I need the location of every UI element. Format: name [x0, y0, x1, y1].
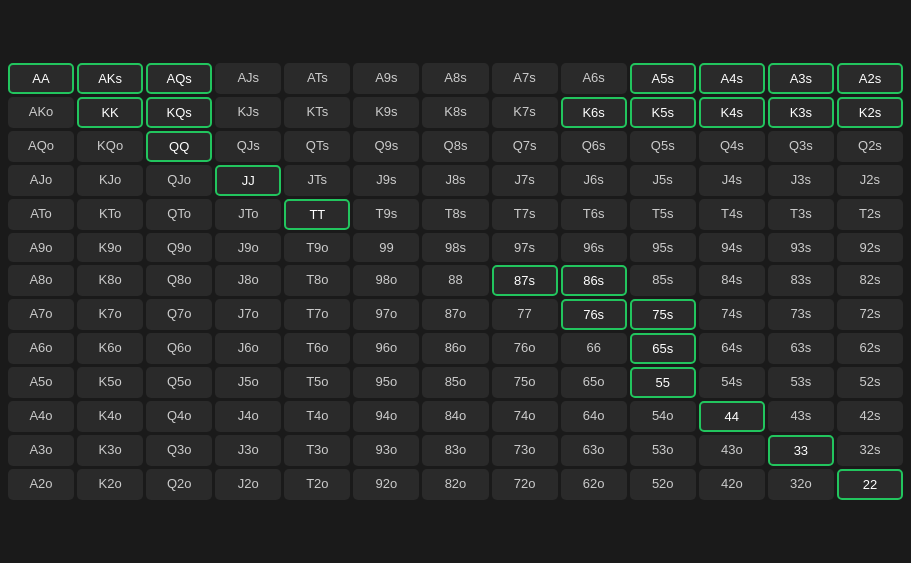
hand-cell[interactable]: 32s: [837, 435, 903, 466]
hand-cell[interactable]: J5s: [630, 165, 696, 196]
hand-cell[interactable]: Q9s: [353, 131, 419, 162]
hand-cell[interactable]: ATs: [284, 63, 350, 94]
hand-cell[interactable]: J2o: [215, 469, 281, 500]
hand-cell[interactable]: KTo: [77, 199, 143, 230]
hand-cell[interactable]: TT: [284, 199, 350, 230]
hand-cell[interactable]: 92o: [353, 469, 419, 500]
hand-cell[interactable]: J8s: [422, 165, 488, 196]
hand-cell[interactable]: 65o: [561, 367, 627, 398]
hand-cell[interactable]: AJs: [215, 63, 281, 94]
hand-cell[interactable]: Q4s: [699, 131, 765, 162]
hand-cell[interactable]: K7s: [492, 97, 558, 128]
hand-cell[interactable]: A2o: [8, 469, 74, 500]
hand-cell[interactable]: KQs: [146, 97, 212, 128]
hand-cell[interactable]: J2s: [837, 165, 903, 196]
hand-cell[interactable]: 54o: [630, 401, 696, 432]
hand-cell[interactable]: 42o: [699, 469, 765, 500]
hand-cell[interactable]: 76s: [561, 299, 627, 330]
hand-cell[interactable]: A3s: [768, 63, 834, 94]
hand-cell[interactable]: Q4o: [146, 401, 212, 432]
hand-cell[interactable]: J9o: [215, 233, 281, 262]
hand-cell[interactable]: T7s: [492, 199, 558, 230]
hand-cell[interactable]: J5o: [215, 367, 281, 398]
hand-cell[interactable]: 83o: [422, 435, 488, 466]
hand-cell[interactable]: K9o: [77, 233, 143, 262]
hand-cell[interactable]: 32o: [768, 469, 834, 500]
hand-cell[interactable]: J3s: [768, 165, 834, 196]
hand-cell[interactable]: K4s: [699, 97, 765, 128]
hand-cell[interactable]: 95o: [353, 367, 419, 398]
hand-cell[interactable]: AQo: [8, 131, 74, 162]
hand-cell[interactable]: 87s: [492, 265, 558, 296]
hand-cell[interactable]: T5o: [284, 367, 350, 398]
hand-cell[interactable]: QQ: [146, 131, 212, 162]
hand-cell[interactable]: T9s: [353, 199, 419, 230]
hand-cell[interactable]: Q7s: [492, 131, 558, 162]
hand-cell[interactable]: 76o: [492, 333, 558, 364]
hand-cell[interactable]: T9o: [284, 233, 350, 262]
hand-cell[interactable]: Q5s: [630, 131, 696, 162]
hand-cell[interactable]: K3s: [768, 97, 834, 128]
hand-cell[interactable]: 73s: [768, 299, 834, 330]
hand-cell[interactable]: Q2s: [837, 131, 903, 162]
hand-cell[interactable]: AKo: [8, 97, 74, 128]
hand-cell[interactable]: 85s: [630, 265, 696, 296]
hand-cell[interactable]: 62s: [837, 333, 903, 364]
hand-cell[interactable]: T8s: [422, 199, 488, 230]
hand-cell[interactable]: K3o: [77, 435, 143, 466]
hand-cell[interactable]: 86s: [561, 265, 627, 296]
hand-cell[interactable]: KQo: [77, 131, 143, 162]
hand-cell[interactable]: AJo: [8, 165, 74, 196]
hand-cell[interactable]: T6s: [561, 199, 627, 230]
hand-cell[interactable]: 82o: [422, 469, 488, 500]
hand-cell[interactable]: Q6s: [561, 131, 627, 162]
hand-cell[interactable]: T4s: [699, 199, 765, 230]
hand-cell[interactable]: A7s: [492, 63, 558, 94]
hand-cell[interactable]: A4s: [699, 63, 765, 94]
hand-cell[interactable]: 64o: [561, 401, 627, 432]
hand-cell[interactable]: 86o: [422, 333, 488, 364]
hand-cell[interactable]: 63o: [561, 435, 627, 466]
hand-cell[interactable]: 75o: [492, 367, 558, 398]
hand-cell[interactable]: J7s: [492, 165, 558, 196]
hand-cell[interactable]: J4o: [215, 401, 281, 432]
hand-cell[interactable]: 54s: [699, 367, 765, 398]
hand-cell[interactable]: 96o: [353, 333, 419, 364]
hand-cell[interactable]: 98o: [353, 265, 419, 296]
hand-cell[interactable]: A6s: [561, 63, 627, 94]
hand-cell[interactable]: A9s: [353, 63, 419, 94]
hand-cell[interactable]: Q9o: [146, 233, 212, 262]
hand-cell[interactable]: J9s: [353, 165, 419, 196]
hand-cell[interactable]: T4o: [284, 401, 350, 432]
hand-cell[interactable]: JTo: [215, 199, 281, 230]
hand-cell[interactable]: KJo: [77, 165, 143, 196]
hand-cell[interactable]: 74o: [492, 401, 558, 432]
hand-cell[interactable]: K2s: [837, 97, 903, 128]
hand-cell[interactable]: K9s: [353, 97, 419, 128]
hand-cell[interactable]: K8s: [422, 97, 488, 128]
hand-cell[interactable]: 92s: [837, 233, 903, 262]
hand-cell[interactable]: Q8s: [422, 131, 488, 162]
hand-cell[interactable]: 98s: [422, 233, 488, 262]
hand-cell[interactable]: K5s: [630, 97, 696, 128]
hand-cell[interactable]: T3o: [284, 435, 350, 466]
hand-cell[interactable]: 72s: [837, 299, 903, 330]
hand-cell[interactable]: QJo: [146, 165, 212, 196]
hand-cell[interactable]: Q3s: [768, 131, 834, 162]
hand-cell[interactable]: J6s: [561, 165, 627, 196]
hand-cell[interactable]: J4s: [699, 165, 765, 196]
hand-cell[interactable]: 84o: [422, 401, 488, 432]
hand-cell[interactable]: 66: [561, 333, 627, 364]
hand-cell[interactable]: T3s: [768, 199, 834, 230]
hand-cell[interactable]: Q5o: [146, 367, 212, 398]
hand-cell[interactable]: 55: [630, 367, 696, 398]
hand-cell[interactable]: A7o: [8, 299, 74, 330]
hand-cell[interactable]: A5o: [8, 367, 74, 398]
hand-cell[interactable]: AKs: [77, 63, 143, 94]
hand-cell[interactable]: K2o: [77, 469, 143, 500]
hand-cell[interactable]: T2o: [284, 469, 350, 500]
hand-cell[interactable]: A5s: [630, 63, 696, 94]
hand-cell[interactable]: 77: [492, 299, 558, 330]
hand-cell[interactable]: J6o: [215, 333, 281, 364]
hand-cell[interactable]: 97s: [492, 233, 558, 262]
